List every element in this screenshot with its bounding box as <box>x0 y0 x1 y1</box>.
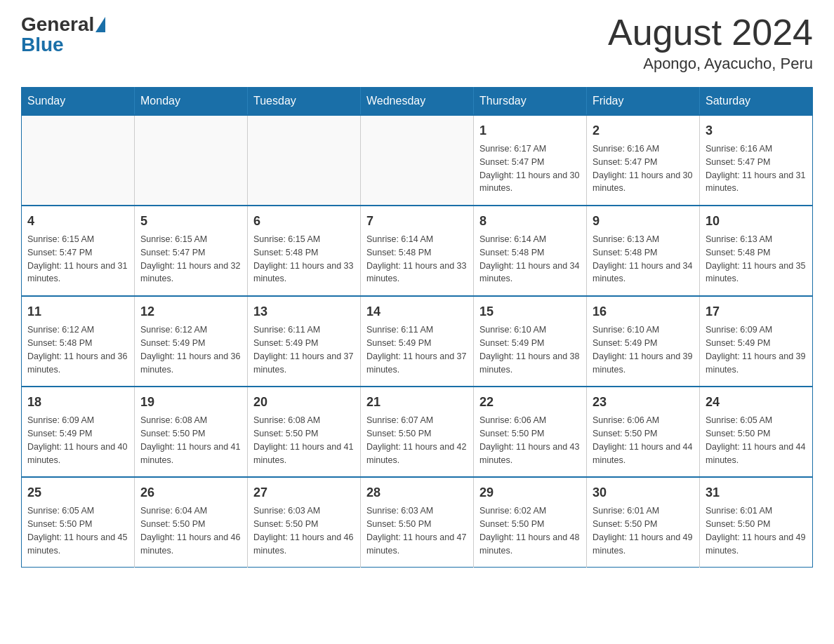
day-info: Sunrise: 6:15 AMSunset: 5:47 PMDaylight:… <box>27 233 128 286</box>
calendar-cell: 2Sunrise: 6:16 AMSunset: 5:47 PMDaylight… <box>587 115 700 206</box>
calendar-cell: 7Sunrise: 6:14 AMSunset: 5:48 PMDaylight… <box>361 206 474 296</box>
calendar-cell: 8Sunrise: 6:14 AMSunset: 5:48 PMDaylight… <box>474 206 587 296</box>
day-number: 9 <box>593 212 694 230</box>
day-number: 20 <box>253 393 355 411</box>
day-info: Sunrise: 6:14 AMSunset: 5:48 PMDaylight:… <box>366 233 468 286</box>
calendar-cell <box>135 115 248 206</box>
calendar-cell: 28Sunrise: 6:03 AMSunset: 5:50 PMDayligh… <box>361 477 474 568</box>
day-number: 16 <box>593 302 694 321</box>
day-of-week-header: Tuesday <box>248 88 361 116</box>
day-info: Sunrise: 6:10 AMSunset: 5:49 PMDaylight:… <box>479 323 581 376</box>
calendar-cell: 17Sunrise: 6:09 AMSunset: 5:49 PMDayligh… <box>700 296 813 387</box>
day-number: 25 <box>27 483 128 502</box>
day-number: 1 <box>479 121 581 140</box>
day-info: Sunrise: 6:06 AMSunset: 5:50 PMDaylight:… <box>593 414 694 467</box>
day-info: Sunrise: 6:17 AMSunset: 5:47 PMDaylight:… <box>479 142 581 195</box>
day-info: Sunrise: 6:01 AMSunset: 5:50 PMDaylight:… <box>593 504 694 557</box>
day-number: 5 <box>140 212 241 230</box>
calendar-cell: 21Sunrise: 6:07 AMSunset: 5:50 PMDayligh… <box>361 387 474 477</box>
day-number: 30 <box>593 483 694 502</box>
day-number: 21 <box>366 393 468 411</box>
day-of-week-header: Monday <box>135 88 248 116</box>
day-info: Sunrise: 6:16 AMSunset: 5:47 PMDaylight:… <box>593 142 694 195</box>
calendar-cell: 30Sunrise: 6:01 AMSunset: 5:50 PMDayligh… <box>587 477 700 568</box>
day-number: 15 <box>479 302 581 321</box>
calendar-cell: 1Sunrise: 6:17 AMSunset: 5:47 PMDaylight… <box>474 115 587 206</box>
day-number: 8 <box>479 212 581 230</box>
logo-blue-text: Blue <box>21 34 105 56</box>
day-of-week-header: Wednesday <box>361 88 474 116</box>
page-header: General Blue August 2024 Apongo, Ayacuch… <box>21 14 813 73</box>
day-number: 7 <box>366 212 468 230</box>
calendar-cell: 29Sunrise: 6:02 AMSunset: 5:50 PMDayligh… <box>474 477 587 568</box>
calendar-week-row: 25Sunrise: 6:05 AMSunset: 5:50 PMDayligh… <box>22 477 813 568</box>
day-of-week-header: Saturday <box>700 88 813 116</box>
calendar-table: SundayMondayTuesdayWednesdayThursdayFrid… <box>21 87 813 568</box>
calendar-cell: 16Sunrise: 6:10 AMSunset: 5:49 PMDayligh… <box>587 296 700 387</box>
calendar-cell: 22Sunrise: 6:06 AMSunset: 5:50 PMDayligh… <box>474 387 587 477</box>
calendar-cell: 12Sunrise: 6:12 AMSunset: 5:49 PMDayligh… <box>135 296 248 387</box>
calendar-week-row: 18Sunrise: 6:09 AMSunset: 5:49 PMDayligh… <box>22 387 813 477</box>
calendar-cell: 24Sunrise: 6:05 AMSunset: 5:50 PMDayligh… <box>700 387 813 477</box>
logo-triangle-icon <box>95 17 105 32</box>
calendar-week-row: 11Sunrise: 6:12 AMSunset: 5:48 PMDayligh… <box>22 296 813 387</box>
calendar-cell: 10Sunrise: 6:13 AMSunset: 5:48 PMDayligh… <box>700 206 813 296</box>
day-info: Sunrise: 6:02 AMSunset: 5:50 PMDaylight:… <box>479 504 581 557</box>
days-of-week-row: SundayMondayTuesdayWednesdayThursdayFrid… <box>22 88 813 116</box>
day-info: Sunrise: 6:06 AMSunset: 5:50 PMDaylight:… <box>479 414 581 467</box>
calendar-cell: 13Sunrise: 6:11 AMSunset: 5:49 PMDayligh… <box>248 296 361 387</box>
day-info: Sunrise: 6:10 AMSunset: 5:49 PMDaylight:… <box>593 323 694 376</box>
day-number: 29 <box>479 483 581 502</box>
day-number: 3 <box>706 121 807 140</box>
day-info: Sunrise: 6:07 AMSunset: 5:50 PMDaylight:… <box>366 414 468 467</box>
calendar-cell: 3Sunrise: 6:16 AMSunset: 5:47 PMDaylight… <box>700 115 813 206</box>
day-number: 11 <box>27 302 128 321</box>
day-info: Sunrise: 6:15 AMSunset: 5:48 PMDaylight:… <box>253 233 355 286</box>
calendar-cell <box>361 115 474 206</box>
day-number: 31 <box>706 483 807 502</box>
day-number: 19 <box>140 393 241 411</box>
day-info: Sunrise: 6:09 AMSunset: 5:49 PMDaylight:… <box>706 323 807 376</box>
logo-general-text: General <box>21 14 94 36</box>
calendar-title: August 2024 <box>608 14 813 51</box>
calendar-cell: 14Sunrise: 6:11 AMSunset: 5:49 PMDayligh… <box>361 296 474 387</box>
calendar-cell: 5Sunrise: 6:15 AMSunset: 5:47 PMDaylight… <box>135 206 248 296</box>
calendar-cell: 15Sunrise: 6:10 AMSunset: 5:49 PMDayligh… <box>474 296 587 387</box>
day-info: Sunrise: 6:03 AMSunset: 5:50 PMDaylight:… <box>253 504 355 557</box>
calendar-week-row: 1Sunrise: 6:17 AMSunset: 5:47 PMDaylight… <box>22 115 813 206</box>
calendar-cell: 25Sunrise: 6:05 AMSunset: 5:50 PMDayligh… <box>22 477 135 568</box>
calendar-cell: 31Sunrise: 6:01 AMSunset: 5:50 PMDayligh… <box>700 477 813 568</box>
day-info: Sunrise: 6:14 AMSunset: 5:48 PMDaylight:… <box>479 233 581 286</box>
day-info: Sunrise: 6:08 AMSunset: 5:50 PMDaylight:… <box>253 414 355 467</box>
day-info: Sunrise: 6:05 AMSunset: 5:50 PMDaylight:… <box>27 504 128 557</box>
calendar-cell: 23Sunrise: 6:06 AMSunset: 5:50 PMDayligh… <box>587 387 700 477</box>
calendar-body: 1Sunrise: 6:17 AMSunset: 5:47 PMDaylight… <box>22 115 813 568</box>
calendar-cell: 11Sunrise: 6:12 AMSunset: 5:48 PMDayligh… <box>22 296 135 387</box>
calendar-header: SundayMondayTuesdayWednesdayThursdayFrid… <box>22 88 813 116</box>
logo: General Blue <box>21 14 105 56</box>
calendar-cell: 19Sunrise: 6:08 AMSunset: 5:50 PMDayligh… <box>135 387 248 477</box>
day-info: Sunrise: 6:13 AMSunset: 5:48 PMDaylight:… <box>593 233 694 286</box>
calendar-cell: 18Sunrise: 6:09 AMSunset: 5:49 PMDayligh… <box>22 387 135 477</box>
day-number: 27 <box>253 483 355 502</box>
day-info: Sunrise: 6:15 AMSunset: 5:47 PMDaylight:… <box>140 233 241 286</box>
day-number: 4 <box>27 212 128 230</box>
day-info: Sunrise: 6:11 AMSunset: 5:49 PMDaylight:… <box>366 323 468 376</box>
day-info: Sunrise: 6:11 AMSunset: 5:49 PMDaylight:… <box>253 323 355 376</box>
day-number: 28 <box>366 483 468 502</box>
calendar-week-row: 4Sunrise: 6:15 AMSunset: 5:47 PMDaylight… <box>22 206 813 296</box>
calendar-cell: 9Sunrise: 6:13 AMSunset: 5:48 PMDaylight… <box>587 206 700 296</box>
day-info: Sunrise: 6:01 AMSunset: 5:50 PMDaylight:… <box>706 504 807 557</box>
day-number: 23 <box>593 393 694 411</box>
day-number: 26 <box>140 483 241 502</box>
day-number: 10 <box>706 212 807 230</box>
day-info: Sunrise: 6:04 AMSunset: 5:50 PMDaylight:… <box>140 504 241 557</box>
day-number: 13 <box>253 302 355 321</box>
day-number: 22 <box>479 393 581 411</box>
day-info: Sunrise: 6:08 AMSunset: 5:50 PMDaylight:… <box>140 414 241 467</box>
day-info: Sunrise: 6:16 AMSunset: 5:47 PMDaylight:… <box>706 142 807 195</box>
title-block: August 2024 Apongo, Ayacucho, Peru <box>608 14 813 73</box>
day-number: 17 <box>706 302 807 321</box>
day-info: Sunrise: 6:09 AMSunset: 5:49 PMDaylight:… <box>27 414 128 467</box>
day-info: Sunrise: 6:12 AMSunset: 5:48 PMDaylight:… <box>27 323 128 376</box>
